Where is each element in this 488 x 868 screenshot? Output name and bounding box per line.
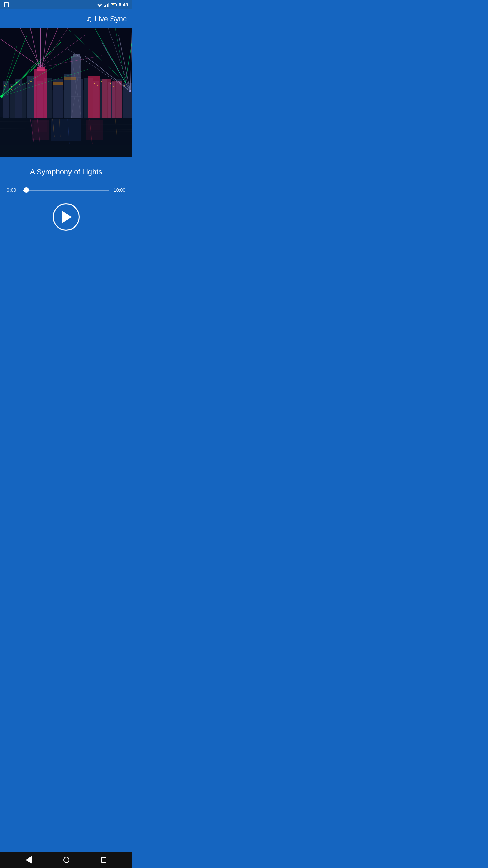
svg-rect-20 (37, 67, 45, 71)
song-title: A Symphony of Lights (30, 167, 102, 176)
seek-bar-container: 0:00 10:00 (7, 187, 125, 193)
hero-image (0, 28, 132, 157)
status-left (4, 2, 9, 7)
svg-rect-47 (113, 86, 114, 87)
player-section: A Symphony of Lights 0:00 10:00 (0, 157, 132, 244)
svg-rect-10 (53, 79, 63, 118)
svg-rect-33 (6, 83, 7, 83)
music-note-icon: ♫ (86, 14, 93, 24)
app-title-text: Live Sync (95, 15, 127, 23)
city-skyline-scene (0, 28, 132, 157)
svg-point-58 (0, 95, 3, 98)
seek-track (23, 190, 109, 191)
status-time: 6:49 (119, 2, 128, 7)
battery-icon: ⚡ (111, 3, 117, 6)
svg-rect-41 (30, 81, 32, 82)
svg-rect-6 (22, 83, 26, 118)
sd-card-icon (4, 2, 9, 7)
status-right: ⚡ 6:49 (97, 2, 128, 7)
svg-rect-22 (88, 76, 100, 118)
svg-rect-46 (110, 83, 111, 84)
total-time: 10:00 (113, 187, 125, 193)
svg-rect-19 (34, 69, 47, 118)
seek-bar[interactable] (23, 189, 109, 191)
play-button[interactable] (53, 203, 80, 231)
svg-rect-44 (97, 85, 98, 86)
svg-rect-3 (3, 81, 9, 118)
svg-rect-42 (28, 83, 29, 84)
menu-button[interactable] (5, 14, 18, 24)
svg-rect-43 (94, 83, 95, 84)
svg-rect-23 (102, 79, 111, 118)
svg-rect-50 (64, 77, 76, 80)
svg-rect-82 (51, 119, 81, 141)
svg-point-74 (129, 90, 131, 92)
svg-rect-39 (19, 84, 20, 85)
seek-thumb[interactable] (24, 187, 29, 193)
app-title: ♫ Live Sync (86, 14, 127, 24)
signal-icon (104, 2, 109, 7)
play-icon (62, 211, 72, 223)
current-time: 0:00 (7, 187, 19, 193)
svg-rect-5 (15, 79, 22, 118)
svg-rect-80 (32, 120, 49, 140)
wifi-icon (97, 3, 102, 7)
svg-rect-45 (101, 81, 102, 82)
svg-rect-32 (4, 83, 5, 83)
svg-rect-49 (53, 82, 63, 85)
status-bar: ⚡ 6:49 (0, 0, 132, 9)
svg-rect-81 (86, 120, 103, 140)
svg-rect-40 (28, 79, 29, 79)
svg-rect-37 (11, 89, 12, 90)
app-bar: ♫ Live Sync (0, 9, 132, 28)
svg-rect-35 (6, 88, 7, 88)
